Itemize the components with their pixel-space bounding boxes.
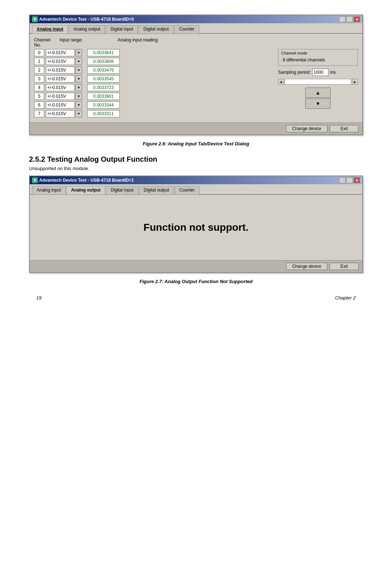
figure2-caption: Figure 2.7: Analog Output Function Not S… xyxy=(29,279,363,284)
channel-header: Channel No. Input range: Analog input re… xyxy=(34,37,358,48)
title-controls-1: _ □ ✕ xyxy=(339,16,360,22)
tab-digital-output-1[interactable]: Digital output xyxy=(139,25,173,33)
range-input-1[interactable] xyxy=(46,58,75,65)
channel-row-5: 5 ▼ 0.0033801 xyxy=(34,93,274,100)
range-dropdown-0[interactable]: ▼ xyxy=(75,49,82,56)
maximize-btn-2[interactable]: □ xyxy=(346,177,353,183)
range-input-3[interactable] xyxy=(46,75,75,82)
tab-analog-input-2[interactable]: Analog input xyxy=(32,186,66,194)
tab-analog-output-1[interactable]: Analog output xyxy=(69,25,105,33)
exit-btn-2[interactable]: Exit xyxy=(330,263,359,270)
channel-num-2: 2 xyxy=(34,67,44,74)
window2: ⚙ Advantech Device Test - USB-4718 Board… xyxy=(29,176,363,273)
app-icon: ⚙ xyxy=(32,16,38,22)
channel-range-7: ▼ xyxy=(46,110,86,117)
channel-row-2: 2 ▼ 0.0033476 xyxy=(34,67,274,74)
channel-mode-value: 8 differential channels xyxy=(281,57,355,63)
minimize-btn-1[interactable]: _ xyxy=(339,16,346,22)
chapter-label: Chapter 2 xyxy=(335,295,356,301)
channel-row-4: 4 ▼ 0.0033723 xyxy=(34,84,274,91)
window2-bottom-bar: Change device Exit xyxy=(30,260,362,272)
range-dropdown-7[interactable]: ▼ xyxy=(75,110,82,117)
tab-digital-output-2[interactable]: Digital output xyxy=(139,186,174,194)
channel-row-0: 0 ▼ 0.0033641 xyxy=(34,49,274,56)
range-input-0[interactable] xyxy=(46,49,75,56)
tab-analog-input-1[interactable]: Analog input xyxy=(32,25,68,33)
channel-num-7: 7 xyxy=(34,110,44,117)
channel-range-2: ▼ xyxy=(46,67,86,74)
range-dropdown-1[interactable]: ▼ xyxy=(75,58,82,65)
main-layout: 0 ▼ 0.0033641 1 ▼ 0.0033806 2 ▼ 0.003347… xyxy=(34,49,358,119)
tab-bar-1: Analog input Analog output Digital input… xyxy=(30,23,362,34)
up-arrow-btn[interactable]: ▲ xyxy=(305,88,331,98)
maximize-btn-1[interactable]: □ xyxy=(346,16,353,22)
right-panel: Channel mode 8 differential channels Sam… xyxy=(278,49,358,119)
page-number: 19 xyxy=(36,295,41,301)
app-icon-2: ⚙ xyxy=(32,177,38,183)
channel-reading-1: 0.0033806 xyxy=(87,58,120,65)
channel-reading-7: 0.0033311 xyxy=(87,110,120,117)
channel-range-4: ▼ xyxy=(46,84,86,91)
channel-num-0: 0 xyxy=(34,49,44,56)
sampling-input[interactable] xyxy=(312,69,328,76)
channel-range-0: ▼ xyxy=(46,49,86,56)
sampling-label: Sampling period: xyxy=(278,70,311,75)
title-bar-1: ⚙ Advantech Device Test - USB-4718 Board… xyxy=(30,15,362,23)
range-input-4[interactable] xyxy=(46,84,75,91)
change-device-btn-1[interactable]: Change device xyxy=(286,125,327,132)
title-bar-2: ⚙ Advantech Device Test - USB-4718 Board… xyxy=(30,176,362,184)
range-dropdown-4[interactable]: ▼ xyxy=(75,84,82,91)
channel-reading-0: 0.0033641 xyxy=(87,49,120,56)
window1-title: Advantech Device Test - USB-4718 BoardID… xyxy=(39,17,134,22)
range-dropdown-6[interactable]: ▼ xyxy=(75,101,82,109)
range-input-2[interactable] xyxy=(46,67,75,74)
tab-counter-1[interactable]: Counter xyxy=(174,25,199,33)
page-footer: 19 Chapter 2 xyxy=(29,295,363,301)
window1: ⚙ Advantech Device Test - USB-4718 Board… xyxy=(29,15,363,135)
window1-content: Channel No. Input range: Analog input re… xyxy=(30,34,362,122)
channels-panel: 0 ▼ 0.0033641 1 ▼ 0.0033806 2 ▼ 0.003347… xyxy=(34,49,274,119)
close-btn-1[interactable]: ✕ xyxy=(354,16,360,22)
tab-digital-input-2[interactable]: Digital input xyxy=(106,186,138,194)
range-input-5[interactable] xyxy=(46,93,75,100)
channel-range-1: ▼ xyxy=(46,58,86,65)
window2-title: Advantech Device Test - USB-4718 BoardID… xyxy=(39,178,134,183)
close-btn-2[interactable]: ✕ xyxy=(354,177,360,183)
up-down-buttons: ▲ ▼ xyxy=(278,88,358,109)
tab-digital-input-1[interactable]: Digital input xyxy=(106,25,138,33)
channel-reading-5: 0.0033801 xyxy=(87,93,120,100)
scrollbar-track[interactable] xyxy=(285,79,351,85)
window1-bottom-bar: Change device Exit xyxy=(30,122,362,134)
range-input-7[interactable] xyxy=(46,110,75,117)
figure1-caption: Figure 2.6: Analog Input Tab/Device Test… xyxy=(29,141,363,146)
channel-row-3: 3 ▼ 0.0033545 xyxy=(34,75,274,82)
function-not-support-text: Function not support. xyxy=(30,195,362,260)
range-dropdown-5[interactable]: ▼ xyxy=(75,93,82,100)
header-reading: Analog input reading: xyxy=(118,37,168,48)
channel-num-3: 3 xyxy=(34,75,44,82)
tab-analog-output-2[interactable]: Analog output xyxy=(66,186,105,194)
channel-row-7: 7 ▼ 0.0033311 xyxy=(34,110,274,117)
channel-row-1: 1 ▼ 0.0033806 xyxy=(34,58,274,65)
range-dropdown-3[interactable]: ▼ xyxy=(75,75,82,82)
exit-btn-1[interactable]: Exit xyxy=(330,125,359,132)
header-input-range: Input range: xyxy=(60,37,107,48)
tab-counter-2[interactable]: Counter xyxy=(175,186,200,194)
scroll-right-btn[interactable]: ► xyxy=(352,79,358,85)
channel-num-5: 5 xyxy=(34,93,44,100)
channel-reading-3: 0.0033545 xyxy=(87,75,120,82)
channel-mode-label: Channel mode xyxy=(281,51,355,55)
change-device-btn-2[interactable]: Change device xyxy=(286,263,327,270)
range-input-6[interactable] xyxy=(46,101,75,109)
channel-reading-4: 0.0033723 xyxy=(87,84,120,91)
channel-row-6: 6 ▼ 0.0033344 xyxy=(34,101,274,109)
minimize-btn-2[interactable]: _ xyxy=(339,177,346,183)
down-arrow-btn[interactable]: ▼ xyxy=(305,98,331,109)
range-dropdown-2[interactable]: ▼ xyxy=(75,67,82,74)
channel-reading-6: 0.0033344 xyxy=(87,101,120,109)
tab-bar-2: Analog input Analog output Digital input… xyxy=(30,184,362,195)
channel-range-6: ▼ xyxy=(46,101,86,109)
section-heading: 2.5.2 Testing Analog Output Function xyxy=(29,155,363,164)
scroll-left-btn[interactable]: ◄ xyxy=(278,79,284,85)
channel-reading-2: 0.0033476 xyxy=(87,67,120,74)
